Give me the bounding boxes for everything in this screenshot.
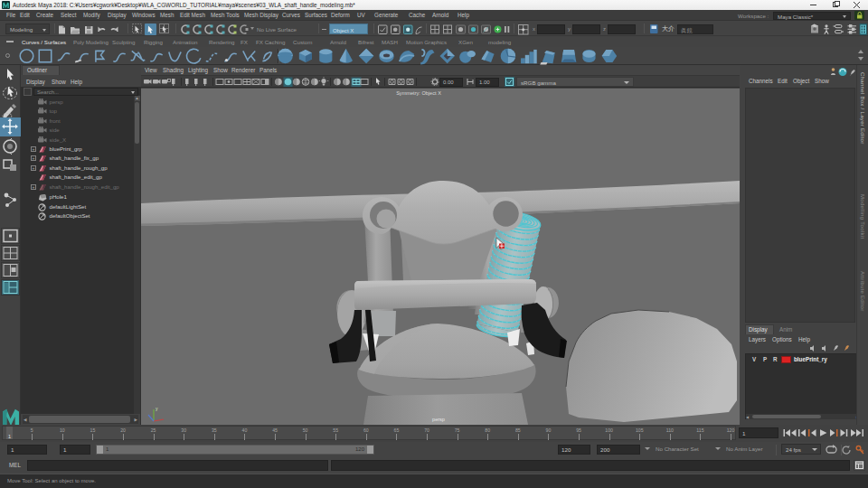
svg-text:Symmetry: Object X: Symmetry: Object X	[396, 90, 441, 96]
svg-text:persp: persp	[432, 417, 445, 422]
